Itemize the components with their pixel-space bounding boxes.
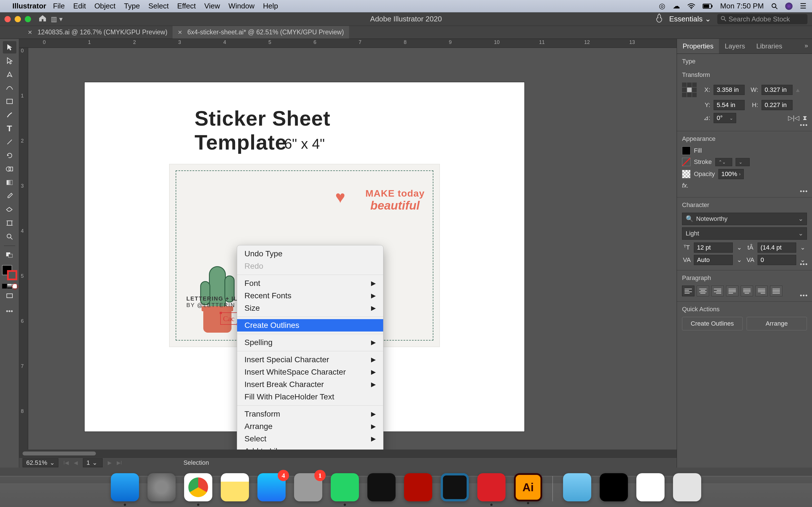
- collapse-panel-icon[interactable]: »: [801, 39, 812, 54]
- flip-horizontal-icon[interactable]: ▷|◁: [788, 114, 799, 122]
- adobe-stock-search[interactable]: Search Adobe Stock: [717, 14, 808, 24]
- close-window-button[interactable]: [4, 16, 11, 22]
- close-tab-icon[interactable]: ✕: [177, 29, 183, 36]
- fill-color-swatch[interactable]: [682, 147, 691, 155]
- opacity-swatch-icon[interactable]: [682, 170, 691, 178]
- dock-whatsapp[interactable]: [331, 473, 359, 501]
- dock-terminal[interactable]: [367, 473, 396, 501]
- ctx-recent-fonts[interactable]: Recent Fonts▶: [237, 290, 383, 302]
- vertical-ruler[interactable]: 0 1 2 3 4 5 6 7 8: [19, 48, 28, 450]
- dock-downloads-folder[interactable]: [563, 473, 591, 501]
- dock-notes[interactable]: [221, 473, 249, 501]
- dock-chrome[interactable]: [184, 473, 212, 501]
- minimize-window-button[interactable]: [15, 16, 21, 22]
- gpu-hint-icon[interactable]: [655, 13, 663, 25]
- stroke-weight-input[interactable]: ⌃⌄: [715, 158, 732, 166]
- stroke-color-swatch[interactable]: [682, 158, 691, 166]
- dock-launchpad[interactable]: [147, 473, 175, 501]
- rectangle-tool[interactable]: [3, 95, 16, 108]
- ctx-insert-special-char[interactable]: Insert Special Character▶: [237, 353, 383, 366]
- more-options-icon[interactable]: •••: [800, 292, 808, 299]
- menu-type[interactable]: Type: [124, 2, 140, 10]
- gradient-tool[interactable]: [3, 176, 16, 189]
- dock-illustrator[interactable]: Ai: [514, 473, 542, 501]
- justify-right-button[interactable]: [755, 286, 768, 296]
- dock-finder[interactable]: [111, 473, 139, 501]
- cc-status-icon[interactable]: ◎: [659, 2, 665, 10]
- y-position-input[interactable]: 5.54 in: [714, 100, 745, 110]
- stroke-profile-input[interactable]: ⌄: [735, 158, 750, 166]
- menu-view[interactable]: View: [204, 2, 220, 10]
- leading-input[interactable]: (14.4 pt: [758, 242, 797, 252]
- cloud-icon[interactable]: ☁: [673, 2, 680, 10]
- eraser-tool[interactable]: [3, 203, 16, 216]
- ctx-font[interactable]: Font▶: [237, 277, 383, 290]
- wifi-icon[interactable]: [688, 3, 695, 9]
- kerning-input[interactable]: Auto: [694, 255, 733, 265]
- artboard-tool[interactable]: [3, 217, 16, 229]
- artboard-number-field[interactable]: 1⌄: [83, 458, 103, 467]
- tracking-input[interactable]: 0: [758, 255, 797, 265]
- zoom-window-button[interactable]: [25, 16, 31, 22]
- ctx-fill-placeholder[interactable]: Fill With PlaceHolder Text: [237, 391, 383, 403]
- menu-effect[interactable]: Effect: [177, 2, 196, 10]
- home-icon[interactable]: [38, 15, 47, 24]
- menu-window[interactable]: Window: [229, 2, 254, 10]
- ctx-transform[interactable]: Transform▶: [237, 408, 383, 420]
- dock-trash[interactable]: [673, 473, 701, 501]
- justify-left-button[interactable]: [726, 286, 739, 296]
- panel-tab-layers[interactable]: Layers: [719, 39, 751, 54]
- menu-file[interactable]: File: [53, 2, 65, 10]
- more-options-icon[interactable]: •••: [800, 187, 808, 195]
- menubar-app-name[interactable]: Illustrator: [12, 2, 46, 10]
- zoom-level-field[interactable]: 62.51%⌄: [22, 458, 58, 467]
- ctx-add-to-library[interactable]: Add to Library: [237, 445, 383, 450]
- stroke-swatch[interactable]: [7, 270, 17, 280]
- horizontal-ruler[interactable]: 0 1 2 3 4 5 6 7 8 9 10 11 12 13: [19, 39, 677, 48]
- fx-button[interactable]: fx.: [682, 182, 689, 189]
- screen-mode-icon[interactable]: [3, 290, 16, 302]
- dock-recent-app-2[interactable]: [637, 473, 665, 501]
- menu-select[interactable]: Select: [148, 2, 168, 10]
- canvas[interactable]: Sticker Sheet Template 6" x 4" ♥ MAKE to…: [28, 48, 677, 450]
- font-family-select[interactable]: 🔍 Noteworthy ⌄: [682, 213, 807, 225]
- dock-creative-cloud[interactable]: [477, 473, 506, 501]
- rotate-input[interactable]: 0°⌄: [714, 113, 736, 123]
- color-mode-row[interactable]: [2, 284, 17, 289]
- opacity-input[interactable]: 100%›: [718, 169, 744, 179]
- document-tab-2[interactable]: ✕ 6x4-sticker-sheet.ai* @ 62.51% (CMYK/G…: [172, 26, 349, 39]
- ctx-undo-type[interactable]: Undo Type: [237, 247, 383, 260]
- menu-edit[interactable]: Edit: [73, 2, 86, 10]
- ctx-select[interactable]: Select▶: [237, 433, 383, 445]
- dock-acrobat[interactable]: [404, 473, 432, 501]
- justify-all-button[interactable]: [770, 286, 782, 296]
- panel-tab-libraries[interactable]: Libraries: [751, 39, 788, 54]
- dock-quicktime[interactable]: [441, 473, 469, 501]
- more-options-icon[interactable]: •••: [800, 121, 808, 129]
- curvature-tool[interactable]: [3, 82, 16, 94]
- reference-point-selector[interactable]: [682, 82, 697, 97]
- font-size-input[interactable]: 12 pt: [694, 242, 733, 252]
- more-options-icon[interactable]: •••: [800, 261, 808, 268]
- arrange-button[interactable]: Arrange: [747, 317, 807, 330]
- align-center-button[interactable]: [697, 286, 709, 296]
- rotate-tool[interactable]: [3, 149, 16, 162]
- workspace-switcher[interactable]: Essentials⌄: [669, 15, 711, 23]
- dock-appstore[interactable]: 4: [257, 473, 286, 501]
- document-tab-1[interactable]: ✕ 1240835.ai @ 126.7% (CMYK/GPU Preview): [22, 26, 172, 39]
- battery-icon[interactable]: [703, 4, 713, 9]
- lock-aspect-icon[interactable]: ⟁: [796, 86, 800, 94]
- justify-center-button[interactable]: [741, 286, 753, 296]
- zoom-tool[interactable]: [3, 230, 16, 243]
- flip-vertical-icon[interactable]: ⧗: [803, 114, 807, 122]
- shape-builder-tool[interactable]: [3, 163, 16, 175]
- type-tool[interactable]: T: [3, 122, 16, 135]
- siri-icon[interactable]: [785, 3, 793, 10]
- dock-system-preferences[interactable]: 1: [294, 473, 322, 501]
- ctx-spelling[interactable]: Spelling▶: [237, 336, 383, 349]
- menu-help[interactable]: Help: [263, 2, 278, 10]
- pen-tool[interactable]: [3, 68, 16, 80]
- selected-text-object[interactable]: Cac: [220, 313, 238, 325]
- scrollbar-thumb[interactable]: [22, 452, 96, 455]
- ctx-size[interactable]: Size▶: [237, 302, 383, 314]
